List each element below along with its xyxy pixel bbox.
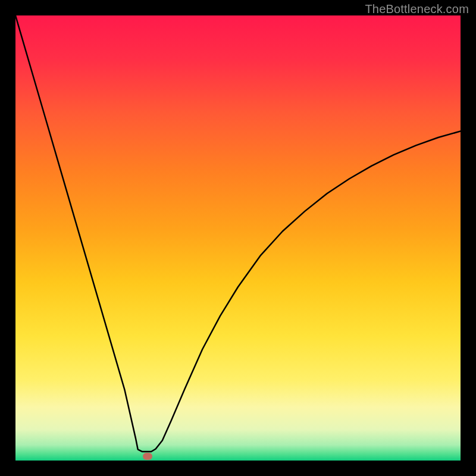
plot-area [15,15,461,461]
optimal-point-marker [143,453,152,460]
watermark-text: TheBottleneck.com [365,2,469,16]
bottleneck-curve [15,15,461,461]
chart-frame: TheBottleneck.com [0,0,476,476]
